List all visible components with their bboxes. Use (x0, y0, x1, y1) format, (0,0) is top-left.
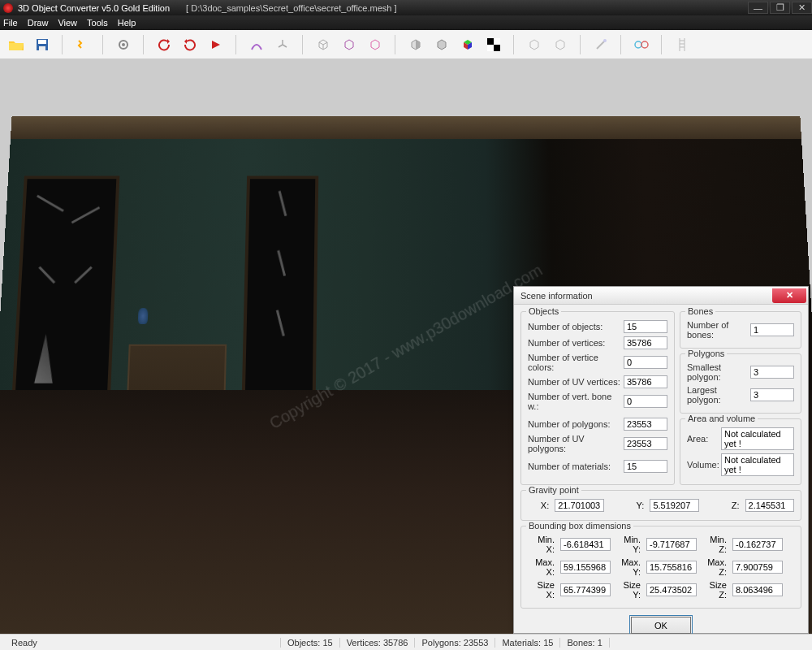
svg-rect-1 (38, 40, 46, 44)
val-num-vertices: 35786 (624, 336, 667, 349)
shaded2-icon[interactable] (432, 35, 451, 54)
val-gz: 2.145531 (745, 499, 794, 512)
val-num-bones: 1 (750, 323, 794, 336)
val-num-bonew: 0 (624, 395, 667, 408)
val-sizey: 25.473502 (646, 583, 697, 596)
checker-icon[interactable] (484, 35, 503, 54)
svg-rect-2 (39, 46, 45, 50)
group-bones: Bones Number of bones:1 (680, 311, 801, 349)
play-icon[interactable] (206, 35, 226, 54)
val-volume: Not calculated yet ! (721, 453, 794, 476)
glasses-icon[interactable] (632, 35, 651, 54)
dialog-titlebar[interactable]: Scene information ✕ (514, 287, 808, 305)
status-objects: Objects: 15 (281, 638, 340, 648)
group-bbox: Bounding box dimensions Min. X:-6.618431… (520, 526, 801, 609)
save-icon[interactable] (32, 35, 52, 54)
val-num-vcolors: 0 (624, 356, 667, 369)
val-num-polys: 23553 (624, 418, 667, 431)
ladder-icon[interactable] (672, 35, 692, 54)
val-maxy: 15.755816 (646, 561, 697, 574)
status-materials: Materials: 15 (495, 638, 560, 648)
val-num-uvverts: 35786 (624, 375, 667, 388)
svg-point-8 (603, 39, 607, 42)
status-vertices: Vertices: 35786 (340, 638, 416, 648)
app-title: 3D Object Converter v5.0 Gold Edition (18, 3, 170, 13)
svg-point-4 (122, 43, 125, 46)
gear-icon[interactable] (114, 35, 133, 54)
group-gravity: Gravity point X:21.701003 Y:5.519207 Z:2… (520, 490, 801, 521)
val-area: Not calculated yet ! (721, 427, 794, 450)
status-ready: Ready (5, 638, 281, 648)
menu-tools[interactable]: Tools (87, 18, 108, 28)
box2-icon[interactable] (551, 35, 570, 54)
menu-view[interactable]: View (58, 18, 77, 28)
group-area: Area and volume Area:Not calculated yet … (680, 418, 801, 485)
svg-rect-7 (494, 45, 500, 51)
menu-draw[interactable]: Draw (28, 18, 49, 28)
rotate-right-icon[interactable] (180, 35, 200, 54)
tool-icon[interactable] (73, 35, 93, 54)
svg-rect-6 (487, 38, 494, 45)
open-icon[interactable] (6, 35, 26, 54)
minimize-button[interactable]: — (748, 2, 768, 14)
svg-point-10 (641, 41, 648, 48)
legend-objects: Objects (526, 306, 561, 316)
ok-button[interactable]: OK (631, 617, 691, 634)
wireframe3-icon[interactable] (365, 35, 385, 54)
val-smallest-poly: 3 (750, 366, 794, 379)
curve-icon[interactable] (247, 35, 266, 54)
scene-info-dialog: Scene information ✕ Objects Number of ob… (513, 286, 809, 634)
val-largest-poly: 3 (750, 388, 794, 401)
status-bones: Bones: 1 (560, 638, 609, 648)
app-icon (3, 3, 13, 13)
wireframe-icon[interactable] (313, 35, 333, 54)
axes-icon[interactable] (273, 35, 292, 54)
titlebar: 3D Object Converter v5.0 Gold Edition [ … (0, 0, 812, 15)
val-minx: -6.618431 (560, 538, 611, 551)
wireframe2-icon[interactable] (339, 35, 359, 54)
dialog-title: Scene information (520, 291, 593, 301)
colorcube-icon[interactable] (458, 35, 477, 54)
val-num-uvpolys: 23553 (624, 437, 667, 450)
val-num-mats: 15 (624, 460, 667, 473)
val-miny: -9.717687 (646, 538, 697, 551)
status-polygons: Polygons: 23553 (415, 638, 495, 648)
val-maxz: 7.900759 (732, 561, 783, 574)
val-minz: -0.162737 (732, 538, 783, 551)
shaded-icon[interactable] (406, 35, 425, 54)
wand-icon[interactable] (591, 35, 611, 54)
menu-help[interactable]: Help (118, 18, 136, 28)
toolbar (0, 30, 812, 59)
val-num-objects: 15 (624, 320, 667, 333)
val-gy: 5.519207 (650, 499, 698, 512)
menu-file[interactable]: File (3, 18, 18, 28)
statusbar: Ready Objects: 15 Vertices: 35786 Polygo… (0, 634, 812, 650)
val-sizez: 8.063496 (732, 583, 783, 596)
menubar: File Draw View Tools Help (0, 15, 812, 30)
box1-icon[interactable] (525, 35, 544, 54)
val-maxx: 59.155968 (560, 561, 611, 574)
dialog-close-button[interactable]: ✕ (772, 288, 806, 303)
maximize-button[interactable]: ❐ (770, 2, 790, 14)
svg-point-9 (635, 41, 641, 48)
close-button[interactable]: ✕ (792, 2, 812, 14)
rotate-left-icon[interactable] (154, 35, 174, 54)
group-polygons: Polygons Smallest polygon:3 Largest poly… (680, 353, 801, 414)
val-gx: 21.701003 (555, 499, 603, 512)
val-sizex: 65.774399 (560, 583, 611, 596)
file-path: [ D:\3doc_samples\Secret_office\secret_o… (186, 3, 396, 13)
group-objects: Objects Number of objects:15 Number of v… (520, 311, 675, 485)
